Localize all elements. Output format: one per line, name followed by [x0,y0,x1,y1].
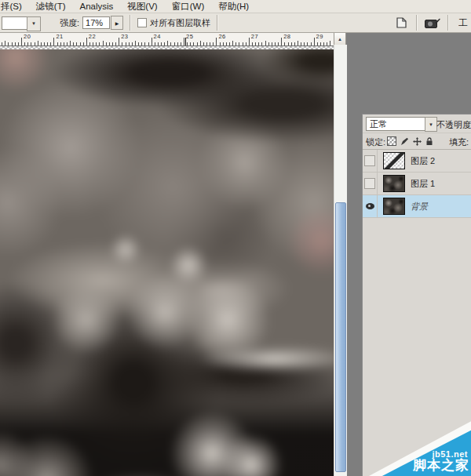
scrollbar-track[interactable] [334,45,347,476]
ruler-tick [246,42,246,45]
canvas[interactable] [0,45,334,476]
strength-input[interactable]: 17% [82,16,110,29]
ruler-tick [206,42,207,45]
layer-name: 背景 [411,201,428,213]
opacity-label: 不透明度: [436,119,471,131]
layer-thumbnail[interactable] [383,198,405,215]
ruler-tick [76,42,77,45]
ruler-unit-label: 25 [186,33,193,40]
bridge-icon[interactable] [424,16,441,30]
ruler-tick [99,42,100,45]
ruler-tick [200,41,201,45]
ruler-tick [155,42,155,45]
ruler-tick [249,38,250,45]
sample-all-layers-label: 对所有图层取样 [150,17,210,29]
ruler-tick [141,42,142,45]
ruler-tick [307,42,308,45]
layer-thumbnail[interactable] [383,152,405,169]
ruler-tick [83,42,84,45]
ruler-tick [265,41,266,45]
fill-label: 填充: [449,136,471,148]
ruler-tick [226,42,227,45]
ruler-tick [177,42,178,45]
ruler-tick [190,42,191,45]
lock-pixels-icon[interactable] [400,136,409,146]
ruler-tick [181,42,181,45]
vertical-scrollbar[interactable]: ▲ [334,32,346,476]
ruler-tick [122,42,122,45]
ruler-tick [44,42,45,45]
scrollbar-thumb[interactable] [335,202,346,472]
visibility-empty-box [364,178,375,189]
menu-item-window[interactable]: 窗口(W) [165,0,212,13]
ruler-tick [57,42,58,45]
ruler-tick [243,42,243,45]
ruler-tick [138,42,139,45]
ruler-tick [70,41,71,45]
blend-mode-value[interactable]: 正常 [366,117,425,131]
scroll-up-button[interactable]: ▲ [334,32,346,45]
ruler-unit-label: 24 [154,33,161,40]
menu-item-view[interactable]: 视图(V) [120,0,164,13]
ruler-tick [193,42,194,45]
ruler-unit-label: 21 [56,33,63,40]
ruler-tick [317,42,318,45]
ruler-tick [12,42,13,45]
watermark-name: 脚本之家 [413,456,469,474]
ruler-tick [47,42,48,45]
visibility-toggle[interactable] [363,173,378,194]
chevron-down-icon[interactable]: ▼ [425,117,437,132]
ruler-tick [132,42,133,45]
layer-row-2[interactable]: 图层 1 [363,173,471,195]
ruler-tick [64,42,64,45]
options-bar-right: 工 [392,13,471,32]
lock-position-icon[interactable] [412,136,422,146]
layer-thumbnail[interactable] [383,175,405,192]
ruler-tick [170,42,171,45]
workspace-label[interactable]: 工 [458,16,469,30]
sample-all-layers-checkbox[interactable] [137,18,147,27]
ruler-tick [5,41,5,45]
file-icon[interactable] [392,16,410,30]
ruler-tick [330,41,330,45]
ruler-tick [93,42,93,45]
ruler-tick [278,42,279,45]
layer-row-1[interactable]: 图层 2 [363,150,471,173]
ruler-tick [255,42,256,45]
brush-preset-dropdown[interactable]: ▼ [2,16,41,30]
strength-slider-button[interactable]: ▶ [111,16,123,30]
layer-row-3[interactable]: 背景 [363,195,471,218]
ruler-tick [275,42,276,45]
ruler-tick [41,42,42,45]
layers-list: 图层 2图层 1背景 [363,150,471,218]
photoshop-window: 择(S)滤镜(T)Analysis视图(V)窗口(W)帮助(H) ▼ 强度: 1… [0,0,471,476]
ruler-tick [258,42,259,45]
menu-item-filter[interactable]: 滤镜(T) [29,0,73,13]
separator [416,15,418,31]
ruler-tick [294,42,295,45]
lock-all-icon[interactable] [425,136,434,146]
menu-item-select[interactable]: 择(S) [0,0,29,13]
ruler-tick [281,38,282,45]
ruler-unit-label: 27 [251,33,258,40]
menu-item-help[interactable]: 帮助(H) [211,0,256,13]
ruler-tick [314,38,315,45]
ruler-tick [210,42,210,45]
ruler-unit-label: 20 [24,33,31,40]
ruler-tick [38,41,38,45]
blend-mode-dropdown[interactable]: 正常 ▼ [366,117,437,130]
lock-transparency-icon[interactable] [387,136,396,146]
ruler-tick [24,42,25,45]
visibility-toggle[interactable] [363,195,378,217]
horizontal-ruler[interactable]: 20212223242526272829 [0,32,334,46]
brush-preset-field[interactable] [2,16,27,30]
chevron-down-icon[interactable]: ▼ [27,16,41,31]
ruler-tick [197,42,198,45]
arrow-up-icon: ▲ [338,37,342,42]
menu-item-analysis[interactable]: Analysis [73,0,121,13]
ruler-tick [252,42,253,45]
visibility-toggle[interactable] [363,150,378,172]
ruler-tick [148,42,149,45]
eye-icon [366,203,374,209]
separator [447,15,449,31]
